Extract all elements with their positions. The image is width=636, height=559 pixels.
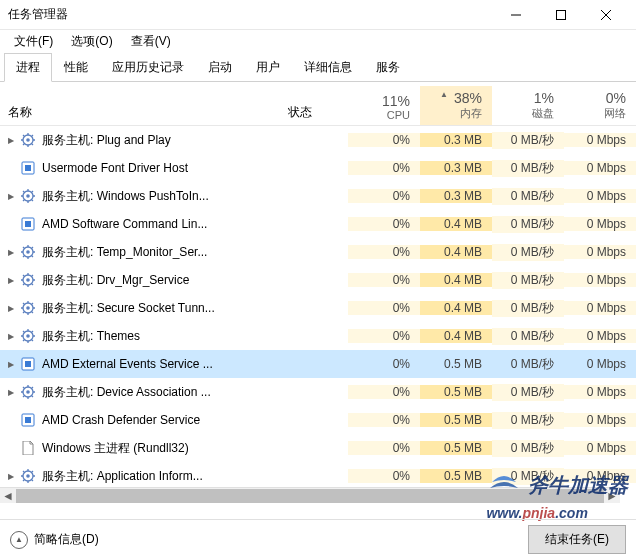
tabs: 进程性能应用历史记录启动用户详细信息服务 — [0, 52, 636, 82]
scroll-right-icon[interactable]: ► — [604, 488, 620, 504]
process-name: 服务主机: Secure Socket Tunn... — [42, 300, 215, 317]
gear-icon — [20, 244, 36, 260]
column-disk[interactable]: 1% 磁盘 — [492, 86, 564, 125]
tab-0[interactable]: 进程 — [4, 53, 52, 82]
cell-disk: 0 MB/秒 — [492, 468, 564, 485]
menubar: 文件(F) 选项(O) 查看(V) — [0, 30, 636, 52]
table-row[interactable]: ▶服务主机: Drv_Mgr_Service0%0.4 MB0 MB/秒0 Mb… — [0, 266, 636, 294]
table-row[interactable]: Usermode Font Driver Host0%0.3 MB0 MB/秒0… — [0, 154, 636, 182]
tab-6[interactable]: 服务 — [364, 53, 412, 82]
process-name: 服务主机: Plug and Play — [42, 132, 171, 149]
column-name[interactable]: 名称 — [0, 104, 288, 125]
expand-icon[interactable]: ▶ — [4, 301, 18, 315]
cell-mem: 0.4 MB — [420, 273, 492, 287]
tab-1[interactable]: 性能 — [52, 53, 100, 82]
tab-5[interactable]: 详细信息 — [292, 53, 364, 82]
gear-icon — [20, 188, 36, 204]
cell-net: 0 Mbps — [564, 273, 636, 287]
table-row[interactable]: ▶服务主机: Themes0%0.4 MB0 MB/秒0 Mbps — [0, 322, 636, 350]
expand-icon[interactable]: ▶ — [4, 245, 18, 259]
expand-icon[interactable]: ▶ — [4, 385, 18, 399]
tab-2[interactable]: 应用历史记录 — [100, 53, 196, 82]
table-row[interactable]: Windows 主进程 (Rundll32)0%0.5 MB0 MB/秒0 Mb… — [0, 434, 636, 462]
tab-4[interactable]: 用户 — [244, 53, 292, 82]
expand-icon[interactable]: ▶ — [4, 469, 18, 483]
maximize-button[interactable] — [538, 1, 583, 29]
table-row[interactable]: ▶服务主机: Application Inform...0%0.5 MB0 MB… — [0, 462, 636, 486]
process-name: Windows 主进程 (Rundll32) — [42, 440, 189, 457]
table-row[interactable]: ▶AMD External Events Service ...0%0.5 MB… — [0, 350, 636, 378]
svg-point-16 — [26, 334, 30, 338]
table-row[interactable]: AMD Software Command Lin...0%0.4 MB0 MB/… — [0, 210, 636, 238]
cell-net: 0 Mbps — [564, 217, 636, 231]
expand-icon[interactable]: ▶ — [4, 357, 18, 371]
svg-point-20 — [26, 390, 30, 394]
cell-net: 0 Mbps — [564, 329, 636, 343]
table-row[interactable]: ▶服务主机: Plug and Play0%0.3 MB0 MB/秒0 Mbps — [0, 126, 636, 154]
fewer-details-button[interactable]: ▲ 简略信息(D) — [10, 531, 99, 549]
app-icon — [20, 356, 36, 372]
expand-icon — [4, 161, 18, 175]
cell-cpu: 0% — [348, 273, 420, 287]
column-status[interactable]: 状态 — [288, 104, 348, 125]
cell-disk: 0 MB/秒 — [492, 188, 564, 205]
svg-point-6 — [26, 194, 30, 198]
window-title: 任务管理器 — [8, 6, 493, 23]
table-row[interactable]: ▶服务主机: Device Association ...0%0.5 MB0 M… — [0, 378, 636, 406]
table-row[interactable]: ▶服务主机: Secure Socket Tunn...0%0.4 MB0 MB… — [0, 294, 636, 322]
close-button[interactable] — [583, 1, 628, 29]
table-row[interactable]: AMD Crash Defender Service0%0.5 MB0 MB/秒… — [0, 406, 636, 434]
table-row[interactable]: ▶服务主机: Temp_Monitor_Ser...0%0.4 MB0 MB/秒… — [0, 238, 636, 266]
column-network[interactable]: 0% 网络 — [564, 86, 636, 125]
cell-mem: 0.3 MB — [420, 189, 492, 203]
table-row[interactable]: ▶服务主机: Windows PushToIn...0%0.3 MB0 MB/秒… — [0, 182, 636, 210]
cell-mem: 0.5 MB — [420, 413, 492, 427]
gear-icon — [20, 300, 36, 316]
minimize-button[interactable] — [493, 1, 538, 29]
column-header: 名称 状态 11% CPU ▲38% 内存 1% 磁盘 0% 网络 — [0, 82, 636, 126]
cell-cpu: 0% — [348, 357, 420, 371]
cell-cpu: 0% — [348, 385, 420, 399]
expand-icon[interactable]: ▶ — [4, 273, 18, 287]
menu-options[interactable]: 选项(O) — [63, 31, 120, 52]
process-list[interactable]: ▶服务主机: Plug and Play0%0.3 MB0 MB/秒0 Mbps… — [0, 126, 636, 486]
svg-rect-18 — [25, 361, 31, 367]
cell-mem: 0.5 MB — [420, 357, 492, 371]
cell-disk: 0 MB/秒 — [492, 384, 564, 401]
chevron-up-icon: ▲ — [10, 531, 28, 549]
cell-disk: 0 MB/秒 — [492, 132, 564, 149]
cell-cpu: 0% — [348, 413, 420, 427]
menu-view[interactable]: 查看(V) — [123, 31, 179, 52]
tab-3[interactable]: 启动 — [196, 53, 244, 82]
svg-point-10 — [26, 250, 30, 254]
scroll-thumb[interactable] — [16, 489, 604, 503]
scroll-left-icon[interactable]: ◄ — [0, 488, 16, 504]
cell-net: 0 Mbps — [564, 133, 636, 147]
end-task-button[interactable]: 结束任务(E) — [528, 525, 626, 554]
svg-point-2 — [26, 138, 30, 142]
menu-file[interactable]: 文件(F) — [6, 31, 61, 52]
process-name: AMD External Events Service ... — [42, 357, 213, 371]
cell-disk: 0 MB/秒 — [492, 328, 564, 345]
expand-icon[interactable]: ▶ — [4, 133, 18, 147]
column-memory[interactable]: ▲38% 内存 — [420, 86, 492, 125]
expand-icon[interactable]: ▶ — [4, 329, 18, 343]
cell-cpu: 0% — [348, 469, 420, 483]
doc-icon — [20, 440, 36, 456]
bottom-bar: ▲ 简略信息(D) 结束任务(E) — [0, 519, 636, 559]
cell-disk: 0 MB/秒 — [492, 160, 564, 177]
expand-icon[interactable]: ▶ — [4, 189, 18, 203]
cell-cpu: 0% — [348, 245, 420, 259]
gear-icon — [20, 384, 36, 400]
cell-disk: 0 MB/秒 — [492, 300, 564, 317]
cell-net: 0 Mbps — [564, 385, 636, 399]
cell-cpu: 0% — [348, 441, 420, 455]
cell-net: 0 Mbps — [564, 189, 636, 203]
app-icon — [20, 216, 36, 232]
cell-cpu: 0% — [348, 301, 420, 315]
horizontal-scrollbar[interactable]: ◄ ► — [0, 487, 620, 503]
window-controls — [493, 1, 628, 29]
column-cpu[interactable]: 11% CPU — [348, 89, 420, 125]
expand-icon — [4, 441, 18, 455]
gear-icon — [20, 328, 36, 344]
